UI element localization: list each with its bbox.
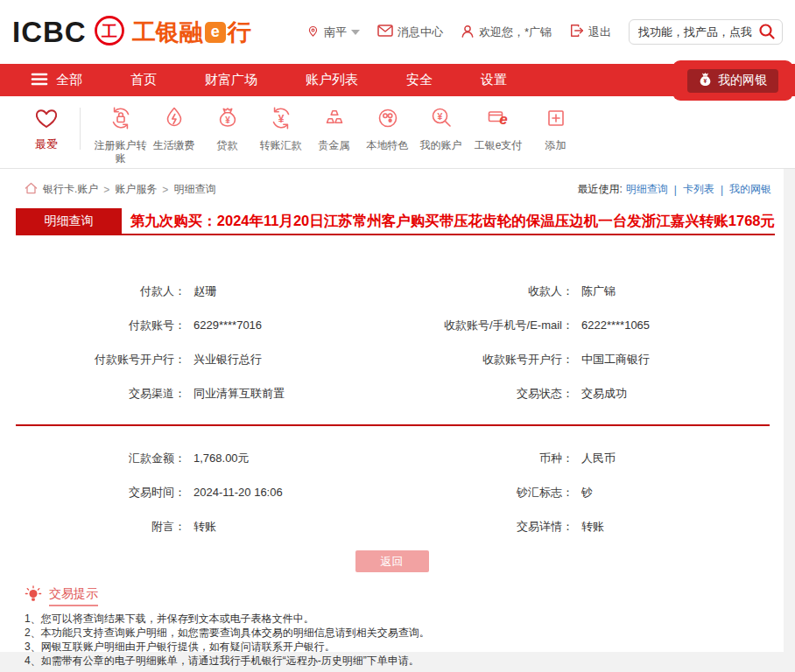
location-selector[interactable]: 南平 bbox=[306, 24, 360, 41]
field-value: 钞 bbox=[581, 485, 593, 500]
field-payer-account: 付款账号：6229****7016 bbox=[0, 308, 398, 342]
quickbar-item-local-feature[interactable]: 本地特色 bbox=[361, 105, 414, 152]
svg-text:¥: ¥ bbox=[225, 116, 230, 125]
field-label: 收款账号开户行： bbox=[398, 352, 573, 368]
breadcrumb-item[interactable]: 银行卡.账户 bbox=[43, 182, 98, 197]
nav-item-accounts[interactable]: 账户列表 bbox=[306, 72, 358, 88]
tip-item: 1、您可以将查询结果下载，并保存到文本或电子表格文件中。 bbox=[25, 612, 784, 626]
tab-detail-query[interactable]: 明细查询 bbox=[16, 208, 122, 234]
quickbar-item-add[interactable]: 添加 bbox=[529, 105, 582, 152]
my-ebank-button[interactable]: ¥ 我的网银 bbox=[687, 69, 778, 93]
tip-item: 2、本功能只支持查询账户明细，如您需要查询具体交易的明细信息请到相关交易查询。 bbox=[25, 626, 784, 640]
epay-icon: e bbox=[485, 105, 511, 135]
brand-suffix: 行 bbox=[228, 17, 251, 48]
field-value: 中国工商银行 bbox=[581, 352, 650, 368]
loan-icon: ¥ bbox=[215, 105, 241, 135]
header: ICBC 工 工银融e行 南平 消息中心 欢迎您，*广锦 bbox=[0, 0, 795, 64]
field-payee-bank: 收款账号开户行：中国工商银行 bbox=[398, 342, 784, 376]
tip-item: 4、如需带有公章的电子明细账单，请通过我行手机银行“远程办-历史明细”下单申请。 bbox=[25, 654, 784, 668]
quickbar: 最爱 注册账户转账 生活缴费 ¥ 贷款 ¥ 转账汇款 贵金属 bbox=[0, 96, 795, 169]
hamburger-icon bbox=[31, 73, 48, 88]
quickbar-item-life-payment[interactable]: 生活缴费 bbox=[147, 105, 201, 152]
quickbar-item-register-transfer[interactable]: 注册账户转账 bbox=[94, 105, 147, 165]
field-time: 交易时间：2024-11-20 16:06 bbox=[0, 475, 398, 509]
quickbar-favorite[interactable]: 最爱 bbox=[26, 105, 67, 152]
field-value: 兴业银行总行 bbox=[193, 352, 262, 368]
register-transfer-icon bbox=[108, 105, 134, 135]
icbc-emblem-icon: 工 bbox=[94, 15, 125, 50]
heart-icon bbox=[33, 105, 60, 132]
home-icon bbox=[25, 182, 38, 197]
nav-item-all[interactable]: 全部 bbox=[31, 72, 82, 88]
quickbar-item-loan[interactable]: ¥ 贷款 bbox=[201, 105, 254, 152]
recent-link-detail-query[interactable]: 明细查询 bbox=[626, 182, 668, 197]
breadcrumb: 银行卡.账户 > 账户服务 > 明细查询 bbox=[43, 182, 215, 197]
recent-link-my-ebank[interactable]: 我的网银 bbox=[729, 182, 771, 197]
nav-item-settings[interactable]: 设置 bbox=[481, 72, 507, 88]
nav-item-security[interactable]: 安全 bbox=[406, 72, 433, 88]
message-center-link[interactable]: 消息中心 bbox=[377, 24, 443, 40]
field-label: 币种： bbox=[398, 451, 573, 466]
breadcrumb-separator: > bbox=[103, 184, 109, 196]
field-value: 赵珊 bbox=[193, 284, 216, 299]
field-label: 交易时间： bbox=[0, 485, 186, 500]
content-panel: 银行卡.账户 > 账户服务 > 明细查询 最近使用: 明细查询 | 卡列表 | … bbox=[0, 169, 784, 652]
quickbar-item-precious-metal[interactable]: 贵金属 bbox=[307, 105, 361, 152]
search-icon[interactable] bbox=[758, 23, 776, 43]
location-pin-icon bbox=[306, 24, 320, 41]
brand-prefix: 工银融 bbox=[132, 17, 203, 48]
field-value: 人民币 bbox=[581, 451, 616, 466]
quickbar-label: 添加 bbox=[545, 139, 566, 152]
tip-item: 3、网银互联账户明细由开户银行提供，如有疑问请联系开户银行。 bbox=[25, 640, 784, 654]
quickbar-item-transfer-remit[interactable]: ¥ 转账汇款 bbox=[254, 105, 307, 152]
brand-name: 工银融e行 bbox=[132, 17, 251, 48]
svg-text:¥: ¥ bbox=[278, 113, 284, 125]
quickbar-item-my-account[interactable]: ¥ 我的账户 bbox=[414, 105, 468, 152]
breadcrumb-item[interactable]: 账户服务 bbox=[115, 182, 157, 197]
tips-title: 交易提示 bbox=[49, 586, 98, 606]
nav-label-all: 全部 bbox=[56, 72, 82, 88]
field-label: 交易状态： bbox=[398, 386, 573, 402]
logout-link[interactable]: 退出 bbox=[569, 24, 611, 40]
field-value: 转账 bbox=[193, 519, 216, 535]
user-icon bbox=[461, 24, 475, 41]
favorite-label: 最爱 bbox=[35, 136, 58, 152]
breadcrumb-separator: > bbox=[162, 184, 168, 196]
back-button[interactable]: 返回 bbox=[355, 550, 429, 572]
field-label: 附言： bbox=[0, 519, 186, 535]
field-value: 同业清算互联前置 bbox=[193, 386, 285, 402]
field-label: 付款人： bbox=[0, 284, 186, 299]
transfer-remit-icon: ¥ bbox=[268, 105, 294, 135]
nav-item-home[interactable]: 首页 bbox=[130, 72, 157, 88]
breadcrumb-item-current: 明细查询 bbox=[173, 182, 215, 197]
tab-bar: 明细查询 第九次购买：2024年11月20日江苏常州客户购买带压花齿轮的保温压边… bbox=[16, 208, 775, 235]
page-lower: 银行卡.账户 > 账户服务 > 明细查询 最近使用: 明细查询 | 卡列表 | … bbox=[0, 169, 795, 672]
welcome-label: 欢迎您，*广锦 bbox=[479, 24, 552, 40]
envelope-icon bbox=[377, 24, 393, 39]
quickbar-item-epay[interactable]: e 工银e支付 bbox=[468, 105, 529, 152]
field-label: 交易渠道： bbox=[0, 386, 186, 402]
quickbar-label: 本地特色 bbox=[367, 139, 409, 152]
add-icon bbox=[543, 105, 569, 135]
field-value: 6222****1065 bbox=[581, 318, 650, 332]
logout-label: 退出 bbox=[588, 24, 611, 40]
purchase-headline: 第九次购买：2024年11月20日江苏常州客户购买带压花齿轮的保温压边机一台发浙… bbox=[130, 208, 775, 234]
field-amount: 汇款金额：1,768.00元 bbox=[0, 441, 398, 475]
money-bag-icon: ¥ bbox=[699, 72, 712, 89]
field-value: 转账 bbox=[581, 519, 604, 535]
svg-text:¥: ¥ bbox=[704, 78, 707, 84]
field-label: 收款人： bbox=[398, 284, 573, 299]
my-ebank-bulge: ¥ 我的网银 bbox=[672, 60, 793, 101]
quickbar-label: 生活缴费 bbox=[153, 139, 195, 152]
my-ebank-label: 我的网银 bbox=[718, 73, 767, 88]
header-links: 南平 消息中心 欢迎您，*广锦 退出 bbox=[306, 19, 783, 45]
recently-used: 最近使用: 明细查询 | 卡列表 | 我的网银 bbox=[577, 182, 771, 197]
field-value: 1,768.00元 bbox=[193, 451, 250, 466]
breadcrumb-row: 银行卡.账户 > 账户服务 > 明细查询 最近使用: 明细查询 | 卡列表 | … bbox=[0, 169, 784, 197]
location-label: 南平 bbox=[324, 24, 347, 40]
field-payer: 付款人：赵珊 bbox=[0, 274, 398, 308]
field-payee-account: 收款账号/手机号/E-mail：6222****1065 bbox=[398, 308, 784, 342]
welcome-user[interactable]: 欢迎您，*广锦 bbox=[461, 24, 552, 41]
nav-item-wealth[interactable]: 财富广场 bbox=[205, 72, 257, 88]
recent-link-card-list[interactable]: 卡列表 bbox=[683, 182, 714, 197]
